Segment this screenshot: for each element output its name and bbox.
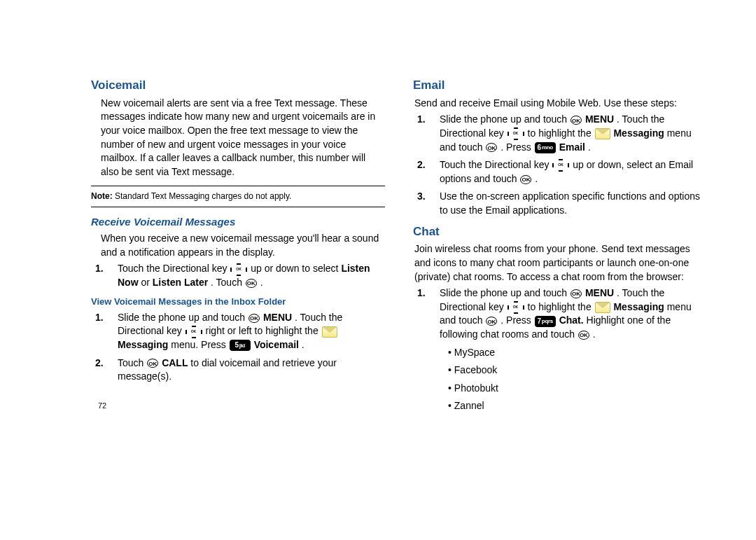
heading-receive-voicemail: Receive Voicemail Messages xyxy=(91,214,385,229)
chat-body: Join wireless chat rooms from your phone… xyxy=(414,242,707,284)
heading-email: Email xyxy=(413,77,707,94)
envelope-icon xyxy=(595,128,610,139)
list-item: 1. Touch the Directional key OK up or do… xyxy=(111,262,385,289)
envelope-icon xyxy=(322,326,337,338)
list-item: MySpace xyxy=(441,346,707,360)
list-item: 2. Touch OK CALL to dial voicemail and r… xyxy=(111,356,385,384)
envelope-icon xyxy=(595,302,610,313)
right-column: Email Send and receive Email using Mobil… xyxy=(413,77,707,417)
ok-icon: OK xyxy=(147,359,158,368)
keypad-5-icon: 5jkl xyxy=(230,340,251,351)
heading-chat: Chat xyxy=(413,223,707,240)
note-box: Note: Standard Text Messaging charges do… xyxy=(91,186,385,207)
heading-voicemail: Voicemail xyxy=(91,77,385,94)
voicemail-body: New voicemail alerts are sent via a free… xyxy=(101,97,385,179)
ok-icon: OK xyxy=(570,289,582,298)
ok-icon: OK xyxy=(570,116,582,125)
heading-view-voicemail-inbox: View Voicemail Messages in the Inbox Fol… xyxy=(91,296,385,308)
ok-icon: OK xyxy=(486,143,497,152)
directional-key-icon: OK xyxy=(552,159,569,172)
keypad-6-icon: 6mno xyxy=(535,142,556,153)
left-column: Voicemail New voicemail alerts are sent … xyxy=(91,77,385,417)
ok-icon: OK xyxy=(248,314,260,323)
directional-key-icon: OK xyxy=(507,301,524,314)
ok-icon: OK xyxy=(578,331,589,340)
directional-key-icon: OK xyxy=(230,263,247,276)
note-text: Standard Text Messaging charges do not a… xyxy=(113,191,292,201)
directional-key-icon: OK xyxy=(507,127,524,140)
ok-icon: OK xyxy=(520,175,531,184)
ok-icon: OK xyxy=(486,317,497,326)
list-item: 1. Slide the phone up and touch OK MENU … xyxy=(433,113,707,154)
receive-voicemail-body: When you receive a new voicemail message… xyxy=(101,232,385,259)
note-label: Note: xyxy=(91,191,113,201)
list-item: Zannel xyxy=(441,399,707,413)
directional-key-icon: OK xyxy=(186,326,202,338)
list-item: Facebook xyxy=(441,364,707,378)
ok-icon: OK xyxy=(246,279,257,288)
list-item: 3. Use the on-screen application specifi… xyxy=(433,190,707,217)
keypad-7-icon: 7pqrs xyxy=(535,316,556,327)
list-item: Photobukt xyxy=(441,382,707,396)
email-body: Send and receive Email using Mobile Web.… xyxy=(414,97,707,111)
list-item: 1. Slide the phone up and touch OK MENU … xyxy=(433,286,707,413)
page-number: 72 xyxy=(98,401,385,411)
list-item: 2. Touch the Directional key OK up or do… xyxy=(433,158,707,186)
list-item: 1. Slide the phone up and touch OK MENU … xyxy=(111,311,385,352)
